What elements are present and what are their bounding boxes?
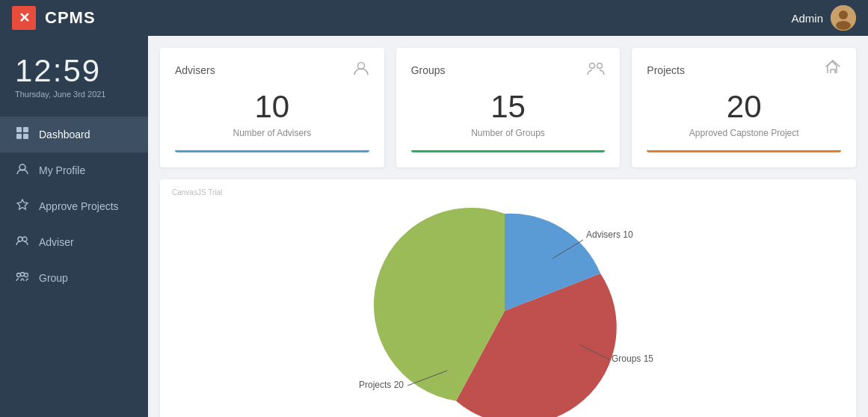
svg-rect-3 [16,127,22,132]
svg-point-12 [25,274,28,277]
avatar [831,5,856,31]
main-content: Advisers 10 Number of Advisers Groups [148,36,868,417]
svg-point-1 [839,10,848,19]
groups-card-icon [587,60,605,80]
app-header: ✕ CPMS Admin [0,0,868,36]
groups-card: Groups 15 Number of Groups [396,48,621,167]
projects-count: 20 [647,89,841,125]
svg-rect-5 [16,134,22,139]
approve-projects-icon [15,198,30,214]
groups-card-title: Groups [411,64,446,76]
advisers-card: Advisers 10 Number of Advisers [160,48,384,167]
groups-label: Number of Groups [411,128,606,138]
svg-point-8 [18,237,22,241]
projects-card-icon [825,60,841,80]
current-date: Thursday, June 3rd 2021 [15,90,136,99]
advisers-label: Number of Advisers [175,128,369,138]
sidebar-item-dashboard[interactable]: Dashboard [0,117,148,152]
groups-count: 15 [411,89,606,125]
pie-chart-container: Advisers 10 Groups 15 Projects 20 [172,191,844,417]
sidebar-item-label: Adviser [39,236,74,248]
my-profile-icon [15,162,30,179]
svg-point-13 [357,63,364,70]
dashboard-icon [15,126,30,143]
svg-point-2 [836,21,851,30]
advisers-chart-label: Advisers 10 [586,229,633,240]
sidebar-item-label: Approve Projects [39,200,119,212]
sidebar-item-group[interactable]: Group [0,260,148,296]
chart-area: CanvasJS Trial [160,179,856,417]
stats-cards-row: Advisers 10 Number of Advisers Groups [160,48,856,167]
sidebar-item-label: Group [39,272,68,284]
svg-rect-6 [23,134,28,139]
sidebar-item-adviser[interactable]: Adviser [0,224,148,260]
sidebar-clock: 12:59 Thursday, June 3rd 2021 [0,43,148,105]
projects-label: Approved Capstone Project [647,128,841,138]
sidebar-nav: Dashboard My Profile Approve Projects [0,117,148,296]
groups-bar [411,150,606,152]
svg-point-14 [590,64,595,69]
svg-point-11 [21,273,25,277]
advisers-card-icon [353,60,369,80]
projects-card: Projects 20 Approved Capstone Project [632,48,856,167]
advisers-count: 10 [175,89,369,125]
main-layout: 12:59 Thursday, June 3rd 2021 Dashboard [0,36,868,417]
adviser-icon [15,234,30,250]
projects-bar [647,150,841,152]
advisers-bar [175,150,369,152]
advisers-card-title: Advisers [175,64,215,76]
svg-point-9 [22,237,27,241]
projects-card-title: Projects [647,64,685,76]
projects-chart-label: Projects 20 [359,380,404,390]
close-button[interactable]: ✕ [12,6,36,30]
group-icon [15,270,30,286]
groups-chart-label: Groups 15 [612,353,653,364]
sidebar: 12:59 Thursday, June 3rd 2021 Dashboard [0,36,148,417]
pie-chart: Advisers 10 Groups 15 Projects 20 [284,199,733,417]
chart-watermark: CanvasJS Trial [172,188,222,197]
svg-point-10 [17,274,21,277]
user-name: Admin [791,12,823,25]
sidebar-item-label: Dashboard [39,129,90,140]
svg-point-15 [597,64,603,69]
sidebar-item-approve-projects[interactable]: Approve Projects [0,188,148,224]
sidebar-item-label: My Profile [39,164,85,176]
current-time: 12:59 [15,55,136,87]
user-info: Admin [791,5,856,31]
svg-rect-4 [23,127,28,132]
app-title: CPMS [45,8,96,28]
sidebar-item-my-profile[interactable]: My Profile [0,152,148,188]
